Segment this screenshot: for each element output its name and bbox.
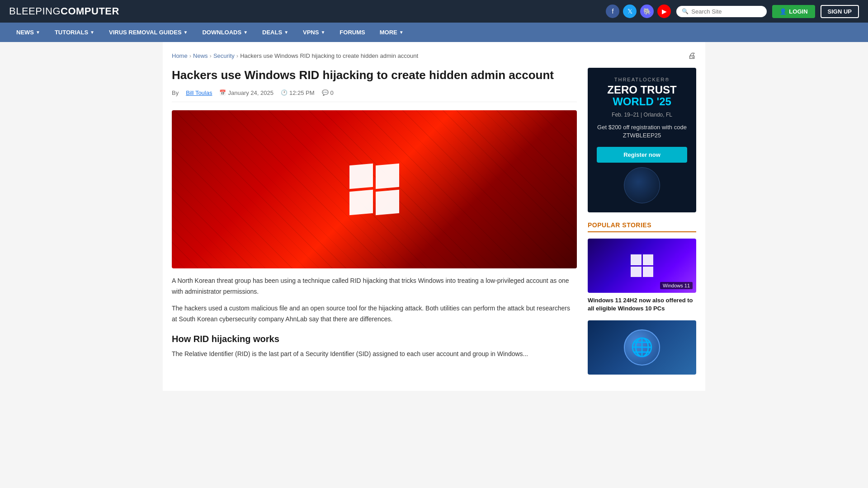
tutorials-arrow-icon: ▼: [90, 30, 94, 35]
logo-text: BLEEPING: [9, 5, 61, 17]
signup-button[interactable]: SIGN UP: [821, 5, 859, 18]
article-paragraph-3: The Relative Identifier (RID) is the las…: [172, 349, 577, 360]
article-time-item: 🕐 12:25 PM: [281, 89, 315, 96]
facebook-icon[interactable]: f: [606, 5, 619, 18]
header-right: f 𝕏 🐘 ▶ 🔍 👤 LOGIN SIGN UP: [606, 5, 859, 18]
content-wrapper: Home › News › Security › Hackers use Win…: [163, 42, 705, 391]
site-header: BLEEPINGCOMPUTER f 𝕏 🐘 ▶ 🔍 👤 LOGIN SIGN …: [0, 0, 868, 23]
story-title-1: Windows 11 24H2 now also offered to all …: [588, 296, 696, 313]
win-pane-1: [349, 164, 373, 189]
article-author[interactable]: Bill Toulas: [186, 89, 212, 96]
mastodon-icon[interactable]: 🐘: [640, 5, 654, 18]
article-by-label: By: [172, 89, 179, 96]
login-label: LOGIN: [789, 8, 807, 15]
win-pane-4: [376, 190, 399, 216]
main-nav: NEWS ▼ TUTORIALS ▼ VIRUS REMOVAL GUIDES …: [0, 23, 868, 42]
article-comments-item: 💬 0: [322, 89, 334, 96]
site-logo[interactable]: BLEEPINGCOMPUTER: [9, 5, 119, 17]
story-thumb-1: Windows 11: [588, 239, 696, 293]
breadcrumb-sep-1: ›: [189, 52, 191, 59]
popular-stories-section: POPULAR STORIES Windows 11: [588, 221, 696, 374]
nav-vpns[interactable]: VPNS ▼: [296, 23, 332, 42]
ad-title: ZERO TRUST WORLD '25: [597, 84, 687, 108]
article-paragraph-2: The hackers used a custom malicious file…: [172, 303, 577, 325]
story-thumb-win11-image: Windows 11: [588, 239, 696, 293]
ad-block: THREATLOCKER® ZERO TRUST WORLD '25 Feb. …: [588, 68, 696, 212]
globe-decoration: [624, 167, 660, 203]
login-button[interactable]: 👤 LOGIN: [772, 5, 815, 18]
breadcrumb-current: Hackers use Windows RID hijacking to cre…: [240, 52, 418, 59]
breadcrumb-row: Home › News › Security › Hackers use Win…: [172, 51, 696, 61]
calendar-icon: 📅: [219, 89, 226, 96]
nav-tutorials[interactable]: TUTORIALS ▼: [47, 23, 102, 42]
ad-brand: THREATLOCKER®: [597, 77, 687, 82]
article-body: A North Korean threat group has been usi…: [172, 276, 577, 360]
nav-news[interactable]: NEWS ▼: [9, 23, 47, 42]
nav-virus-removal[interactable]: VIRUS REMOVAL GUIDES ▼: [102, 23, 195, 42]
comment-icon: 💬: [322, 89, 329, 96]
nav-downloads[interactable]: DOWNLOADS ▼: [195, 23, 255, 42]
story-thumb-2: 🌐: [588, 320, 696, 375]
main-col: Hackers use Windows RID hijacking to cre…: [172, 68, 577, 382]
virus-arrow-icon: ▼: [184, 30, 188, 35]
story-card-1[interactable]: Windows 11 Windows 11 24H2 now also offe…: [588, 239, 696, 313]
breadcrumb-security[interactable]: Security: [213, 52, 235, 59]
story-thumb-globe-image: 🌐: [588, 320, 696, 375]
win-pane-3: [349, 190, 373, 216]
article-title: Hackers use Windows RID hijacking to cre…: [172, 68, 577, 83]
article-date: January 24, 2025: [228, 89, 273, 96]
nav-forums[interactable]: FORUMS: [332, 23, 372, 42]
downloads-arrow-icon: ▼: [243, 30, 248, 35]
signup-label: SIGN UP: [828, 8, 852, 15]
breadcrumb-sep-2: ›: [210, 52, 212, 59]
user-icon: 👤: [779, 8, 787, 15]
breadcrumb-home[interactable]: Home: [172, 52, 188, 59]
twitter-icon[interactable]: 𝕏: [623, 5, 637, 18]
sidebar: THREATLOCKER® ZERO TRUST WORLD '25 Feb. …: [588, 68, 696, 382]
ad-title-line2: WORLD '25: [597, 96, 687, 108]
ad-register-button[interactable]: Register now: [597, 147, 687, 163]
nav-more[interactable]: MORE ▼: [373, 23, 411, 42]
article-subheading: How RID hijacking works: [172, 334, 577, 344]
search-box: 🔍: [676, 6, 767, 17]
social-icons: f 𝕏 🐘 ▶: [606, 5, 671, 18]
ad-dates: Feb. 19–21 | Orlando, FL: [597, 112, 687, 118]
popular-stories-heading: POPULAR STORIES: [588, 221, 696, 232]
story-win11-label: Windows 11: [660, 282, 693, 289]
search-input[interactable]: [691, 8, 761, 15]
breadcrumb-news[interactable]: News: [193, 52, 208, 59]
logo-bold: COMPUTER: [61, 5, 119, 17]
article-time: 12:25 PM: [289, 89, 315, 96]
youtube-icon[interactable]: ▶: [657, 5, 671, 18]
ad-title-line1: ZERO TRUST: [597, 84, 687, 96]
breadcrumb-sep-3: ›: [236, 52, 238, 59]
print-icon[interactable]: 🖨: [688, 51, 696, 61]
clock-icon: 🕐: [281, 89, 288, 96]
article-meta: By Bill Toulas 📅 January 24, 2025 🕐 12:2…: [172, 89, 577, 102]
more-arrow-icon: ▼: [399, 30, 404, 35]
article-comments: 0: [330, 89, 334, 96]
nav-deals[interactable]: DEALS ▼: [255, 23, 296, 42]
windows-logo: [349, 164, 399, 214]
article-date-item: 📅 January 24, 2025: [219, 89, 273, 96]
ad-offer: Get $200 off registration with code ZTWB…: [597, 123, 687, 140]
news-arrow-icon: ▼: [36, 30, 40, 35]
vpns-arrow-icon: ▼: [321, 30, 325, 35]
breadcrumb: Home › News › Security › Hackers use Win…: [172, 52, 418, 59]
article-hero-image: [172, 110, 577, 268]
search-icon: 🔍: [682, 8, 689, 14]
article-paragraph-1: A North Korean threat group has been usi…: [172, 276, 577, 297]
win-pane-2: [376, 164, 399, 189]
deals-arrow-icon: ▼: [284, 30, 288, 35]
two-col-layout: Hackers use Windows RID hijacking to cre…: [172, 68, 696, 382]
story-card-2[interactable]: 🌐: [588, 320, 696, 375]
